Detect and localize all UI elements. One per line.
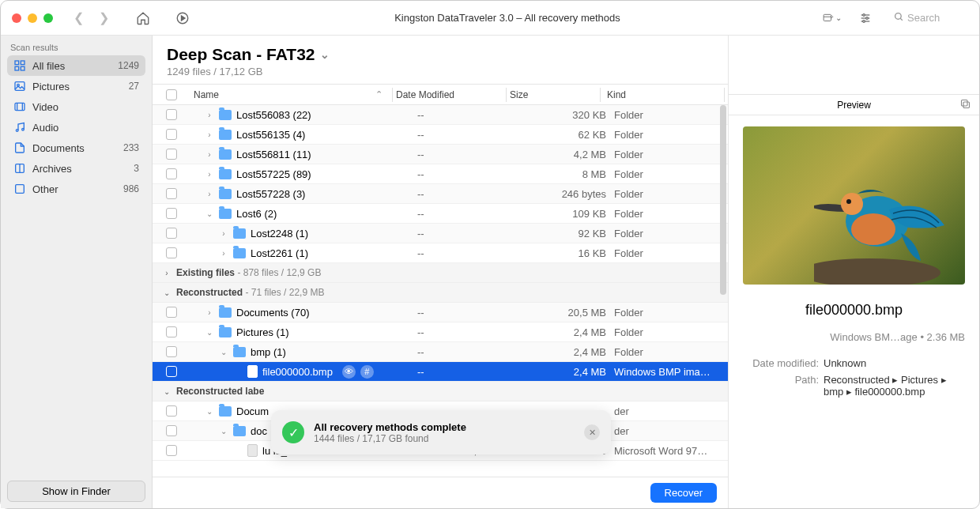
row-checkbox[interactable] (166, 346, 177, 357)
column-kind[interactable]: Kind (604, 89, 721, 100)
table-row[interactable]: › Lost2261 (1) -- 16 KB Folder (153, 243, 728, 263)
sidebar-item-all-files[interactable]: All files 1249 (7, 55, 145, 76)
row-checkbox[interactable] (166, 228, 177, 239)
copy-button[interactable] (959, 98, 971, 112)
table-row[interactable]: ⌄ Lost6 (2) -- 109 KB Folder (153, 204, 728, 224)
sidebar-item-count: 3 (134, 163, 139, 174)
table-row[interactable]: › Documents (70) -- 20,5 MB Folder (153, 303, 728, 322)
row-size: 2,4 MB (524, 326, 611, 338)
disclosure-icon[interactable]: › (205, 150, 214, 159)
documents-icon (13, 141, 26, 154)
row-date: -- (417, 129, 524, 141)
folder-icon (219, 110, 232, 120)
select-all-checkbox[interactable] (166, 89, 177, 100)
disclosure-icon[interactable]: › (219, 249, 228, 258)
search-field[interactable]: Search (889, 10, 968, 26)
column-size[interactable]: Size (510, 89, 597, 100)
settings-button[interactable] (856, 9, 875, 27)
group-row[interactable]: ⌄ Reconstructed labe (153, 382, 728, 402)
sidebar-item-pictures[interactable]: Pictures 27 (7, 76, 145, 96)
footer: Recover (153, 477, 728, 508)
table-row[interactable]: › Lost557228 (3) -- 246 bytes Folder (153, 184, 728, 204)
row-checkbox[interactable] (166, 247, 177, 258)
group-row[interactable]: › Existing files - 878 files / 12,9 GB (153, 263, 728, 283)
disclosure-icon[interactable]: ⌄ (219, 348, 228, 356)
forward-button[interactable]: ❯ (94, 9, 113, 27)
back-button[interactable]: ❮ (69, 9, 88, 27)
home-button[interactable] (134, 9, 153, 27)
disclosure-icon[interactable]: › (205, 308, 214, 317)
row-checkbox[interactable] (166, 168, 177, 179)
disclosure-icon[interactable]: ⌄ (219, 427, 228, 435)
group-row[interactable]: ⌄ Reconstructed - 71 files / 22,9 MB (153, 283, 728, 303)
row-kind: Microsoft Word 97… (611, 445, 728, 457)
sidebar-item-other[interactable]: Other 986 (7, 179, 145, 199)
svg-rect-24 (16, 185, 24, 194)
row-checkbox[interactable] (166, 188, 177, 199)
preview-badge-icon[interactable]: 👁 (342, 365, 356, 379)
sort-indicator-icon: ⌃ (375, 89, 383, 100)
disclosure-icon[interactable]: ⌄ (205, 328, 214, 337)
disclosure-icon[interactable]: ⌄ (205, 407, 214, 416)
folder-icon (233, 248, 246, 258)
sidebar-item-documents[interactable]: Documents 233 (7, 138, 145, 158)
folder-icon (233, 426, 246, 436)
table-row[interactable]: › Lost556811 (11) -- 4,2 MB Folder (153, 145, 728, 164)
scrollbar[interactable] (720, 105, 726, 295)
table-row[interactable]: ⌄ bmp (1) -- 2,4 MB Folder (153, 342, 728, 362)
folder-icon (233, 228, 246, 239)
hash-badge-icon[interactable]: # (360, 365, 374, 379)
svg-point-4 (863, 13, 865, 16)
table-row[interactable]: › Lost556135 (4) -- 62 KB Folder (153, 125, 728, 145)
minimize-window-button[interactable] (28, 13, 37, 23)
row-name: Docum (236, 405, 269, 417)
sidebar-item-label: Video (32, 101, 58, 113)
fullscreen-window-button[interactable] (43, 13, 53, 23)
table-row[interactable]: › Lost557225 (89) -- 8 MB Folder (153, 164, 728, 184)
table-row[interactable]: ⌄ Pictures (1) -- 2,4 MB Folder (153, 322, 728, 342)
row-checkbox[interactable] (166, 366, 177, 377)
sidebar-item-count: 27 (129, 81, 139, 92)
svg-point-20 (16, 130, 18, 132)
sidebar-item-label: All files (32, 60, 65, 72)
disclosure-icon[interactable]: › (205, 190, 214, 198)
sidebar-item-count: 1249 (118, 60, 139, 71)
disclosure-icon[interactable]: › (205, 130, 214, 139)
row-size: 92 KB (524, 228, 611, 239)
table-row[interactable]: › Lost2248 (1) -- 92 KB Folder (153, 224, 728, 243)
row-kind: Folder (611, 307, 728, 319)
recover-button[interactable]: Recover (650, 483, 717, 503)
title-dropdown-icon[interactable]: ⌄ (320, 48, 330, 61)
disclosure-icon: › (162, 269, 172, 277)
row-checkbox[interactable] (166, 149, 177, 160)
close-window-button[interactable] (12, 13, 21, 23)
row-checkbox[interactable] (166, 326, 177, 337)
row-name: doc (251, 425, 267, 437)
show-in-finder-button[interactable]: Show in Finder (7, 481, 145, 502)
row-size: 246 bytes (524, 188, 611, 200)
view-mode-button[interactable]: ⌄ (823, 9, 842, 27)
row-checkbox[interactable] (166, 445, 177, 456)
disclosure-icon[interactable]: › (219, 229, 228, 238)
row-checkbox[interactable] (166, 129, 177, 140)
column-name[interactable]: Name⌃ (190, 89, 389, 100)
sidebar-item-video[interactable]: Video (7, 96, 145, 117)
refresh-button[interactable] (173, 9, 192, 27)
sidebar-item-audio[interactable]: Audio (7, 117, 145, 138)
row-checkbox[interactable] (166, 405, 177, 417)
row-checkbox[interactable] (166, 109, 177, 120)
table-row[interactable]: › Lost556083 (22) -- 320 KB Folder (153, 105, 728, 125)
toast-close-button[interactable]: ✕ (584, 424, 600, 440)
disclosure-icon[interactable]: › (205, 111, 214, 119)
file-icon (247, 365, 258, 378)
sidebar-item-archives[interactable]: Archives 3 (7, 158, 145, 179)
disclosure-icon[interactable]: › (205, 170, 214, 179)
table-row[interactable]: file000000.bmp 👁# -- 2,4 MB Windows BMP … (153, 362, 728, 382)
column-date[interactable]: Date Modified (396, 89, 503, 100)
row-size: 4,2 MB (524, 149, 611, 160)
row-checkbox[interactable] (166, 208, 177, 219)
row-checkbox[interactable] (166, 425, 177, 436)
disclosure-icon[interactable]: ⌄ (205, 209, 214, 218)
row-checkbox[interactable] (166, 307, 177, 318)
row-name: Lost2261 (1) (251, 247, 308, 259)
